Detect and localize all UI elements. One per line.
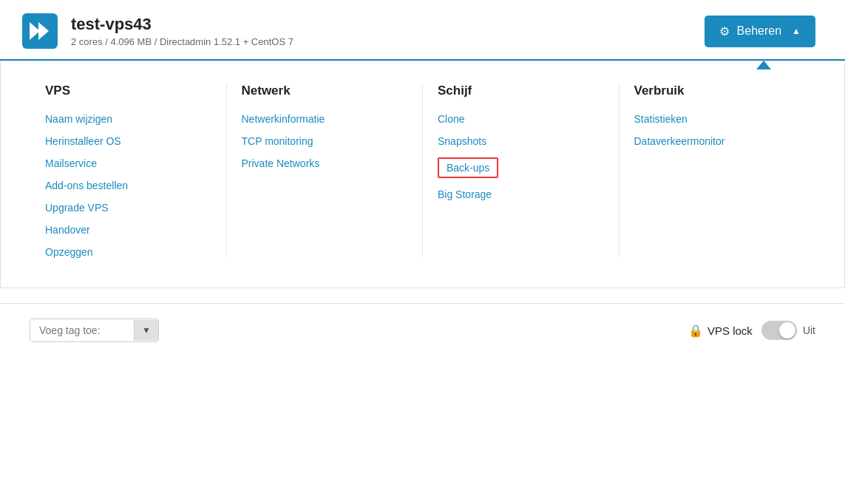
menu-column-1: NetwerkNetwerkinformatieTCP monitoringPr… xyxy=(227,84,424,258)
menu-link-0-2[interactable]: Mailservice xyxy=(45,157,97,169)
toggle-knob xyxy=(779,322,795,338)
list-item[interactable]: Handover xyxy=(45,224,211,236)
menu-link-3-0[interactable]: Statistieken xyxy=(634,113,688,125)
dropdown-menu: VPSNaam wijzigenHerinstalleer OSMailserv… xyxy=(0,61,845,288)
list-item[interactable]: Opzeggen xyxy=(45,246,211,258)
menu-link-0-5[interactable]: Handover xyxy=(45,224,90,236)
server-name: test-vps43 xyxy=(71,15,293,34)
lock-icon: 🔒 xyxy=(688,324,703,338)
menu-link-2-2[interactable]: Back-ups xyxy=(438,157,498,178)
brand-logo xyxy=(22,13,58,49)
bottom-bar: ▼ 🔒 VPS lock Uit xyxy=(0,303,845,357)
menu-link-0-6[interactable]: Opzeggen xyxy=(45,246,93,258)
menu-link-2-1[interactable]: Snapshots xyxy=(438,135,486,147)
menu-link-0-4[interactable]: Upgrade VPS xyxy=(45,202,109,214)
list-item[interactable]: Back-ups xyxy=(438,157,604,178)
gear-icon: ⚙ xyxy=(719,24,730,38)
vps-lock-toggle[interactable]: Uit xyxy=(761,321,815,340)
tag-dropdown-arrow[interactable]: ▼ xyxy=(134,320,158,341)
menu-link-0-0[interactable]: Naam wijzigen xyxy=(45,113,112,125)
list-item[interactable]: Netwerkinformatie xyxy=(242,113,408,125)
menu-link-0-3[interactable]: Add-ons bestellen xyxy=(45,180,128,191)
dropdown-arrow-indicator xyxy=(756,61,771,69)
list-item[interactable]: Dataverkeermonitor xyxy=(634,135,801,147)
tag-input[interactable] xyxy=(30,319,134,341)
menu-column-0: VPSNaam wijzigenHerinstalleer OSMailserv… xyxy=(30,84,227,258)
menu-column-2: SchijfCloneSnapshotsBack-upsBig Storage xyxy=(423,84,620,258)
toggle-track[interactable] xyxy=(761,321,797,340)
list-item[interactable]: Add-ons bestellen xyxy=(45,180,211,191)
server-details: 2 cores / 4.096 MB / Directadmin 1.52.1 … xyxy=(71,36,293,47)
menu-column-3: VerbruikStatistiekenDataverkeermonitor xyxy=(620,84,815,258)
menu-link-1-0[interactable]: Netwerkinformatie xyxy=(242,113,325,125)
list-item[interactable]: TCP monitoring xyxy=(242,135,408,147)
menu-heading-0: VPS xyxy=(45,84,211,98)
header-left: test-vps43 2 cores / 4.096 MB / Directad… xyxy=(22,13,293,49)
page-header: test-vps43 2 cores / 4.096 MB / Directad… xyxy=(0,0,845,61)
list-item[interactable]: Big Storage xyxy=(438,188,604,200)
beheren-button[interactable]: ⚙ Beheren ▲ xyxy=(705,16,815,47)
list-item[interactable]: Naam wijzigen xyxy=(45,113,211,125)
list-item[interactable]: Mailservice xyxy=(45,157,211,169)
toggle-off-label: Uit xyxy=(803,324,815,336)
menu-link-2-0[interactable]: Clone xyxy=(438,113,465,125)
beheren-label: Beheren xyxy=(737,24,782,38)
list-item[interactable]: Herinstalleer OS xyxy=(45,135,211,147)
list-item[interactable]: Snapshots xyxy=(438,135,604,147)
list-item[interactable]: Private Networks xyxy=(242,157,408,169)
list-item[interactable]: Clone xyxy=(438,113,604,125)
menu-link-1-1[interactable]: TCP monitoring xyxy=(242,135,313,147)
menu-heading-1: Netwerk xyxy=(242,84,408,98)
list-item[interactable]: Upgrade VPS xyxy=(45,202,211,214)
menu-link-0-1[interactable]: Herinstalleer OS xyxy=(45,135,121,147)
tag-input-group[interactable]: ▼ xyxy=(30,319,159,342)
menu-heading-3: Verbruik xyxy=(634,84,801,98)
list-item[interactable]: Statistieken xyxy=(634,113,801,125)
vps-lock-text: VPS lock xyxy=(707,324,753,337)
menu-link-2-3[interactable]: Big Storage xyxy=(438,188,492,200)
vps-lock-label: 🔒 VPS lock xyxy=(688,324,753,338)
menu-heading-2: Schijf xyxy=(438,84,604,98)
chevron-up-icon: ▲ xyxy=(792,26,801,36)
server-info: test-vps43 2 cores / 4.096 MB / Directad… xyxy=(71,15,293,47)
menu-link-3-1[interactable]: Dataverkeermonitor xyxy=(634,135,725,147)
menu-link-1-2[interactable]: Private Networks xyxy=(242,157,320,169)
vps-lock-section: 🔒 VPS lock Uit xyxy=(688,321,815,340)
